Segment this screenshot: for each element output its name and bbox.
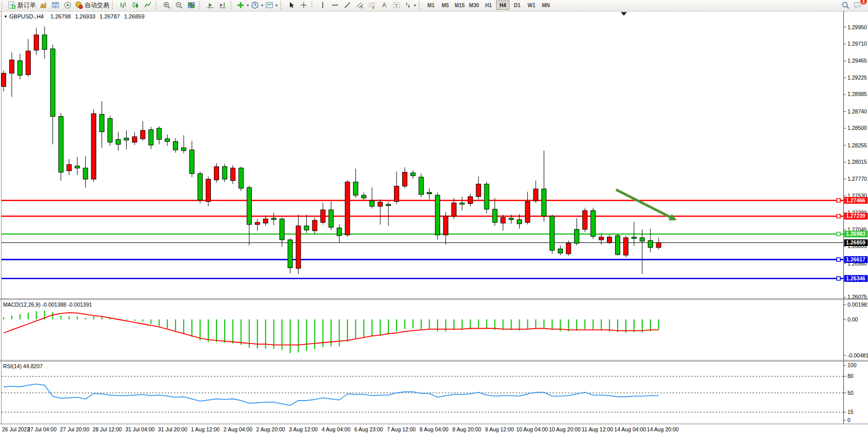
mt4-window: 新订单 自动交易	[0, 0, 868, 436]
price-axis-label: 1.29950	[847, 24, 867, 30]
chart-shift-button[interactable]	[216, 1, 229, 10]
candlestick-chart-icon	[131, 1, 140, 9]
line-chart-button[interactable]	[142, 1, 154, 10]
time-axis-label: 2 Aug 04:00	[224, 426, 252, 432]
templates-button[interactable]: ▾	[264, 1, 279, 10]
time-axis-label: 8 Aug 20:00	[452, 426, 481, 432]
candlestick-chart-button[interactable]	[129, 1, 142, 10]
time-axis-label: 27 Jul 20:00	[60, 426, 89, 432]
data-window-button[interactable]	[49, 1, 62, 10]
timeframe-button-h1[interactable]: H1	[482, 1, 495, 10]
expander-triangle-icon[interactable]: ▼	[4, 14, 8, 19]
chevron-down-icon: ▾	[275, 3, 278, 8]
timeframe-button-m15[interactable]: M15	[453, 1, 466, 10]
arrows-button[interactable]: ▾	[403, 1, 417, 10]
svg-text:E: E	[361, 5, 363, 9]
macd-value-main: -0.001388	[42, 301, 66, 308]
ohlc-high: 1.26933	[75, 13, 95, 20]
vertical-line-icon	[319, 1, 327, 9]
zoom-out-icon	[175, 1, 183, 9]
new-order-button[interactable]: 新订单	[7, 1, 37, 10]
candle	[239, 166, 243, 191]
toolbar-grip[interactable]	[230, 2, 234, 9]
chart-symbol-period: GBPUSD-,H4	[9, 13, 44, 20]
timeframe-button-w1[interactable]: W1	[525, 1, 538, 10]
toolbar-grip[interactable]	[280, 2, 284, 9]
chart-shift-icon	[219, 1, 227, 9]
toolbar-grip[interactable]	[311, 2, 315, 9]
timeframe-button-mn[interactable]: MN	[539, 1, 553, 10]
bar-chart-button[interactable]	[117, 1, 129, 10]
clock-icon	[251, 1, 259, 9]
toolbar-grip[interactable]	[155, 2, 159, 9]
candle	[583, 208, 587, 233]
chevron-down-icon: ▾	[261, 3, 263, 8]
toolbar-grip[interactable]	[2, 2, 5, 9]
arrows-icon	[404, 1, 412, 9]
vertical-line-button[interactable]	[317, 1, 329, 10]
price-axis-label: 1.28985	[847, 91, 867, 97]
rsi-label: RSI(14) 44.8207	[3, 363, 43, 369]
price-tag: 1.26859	[844, 239, 868, 246]
cursor-button[interactable]	[285, 1, 298, 10]
toolbar-grip[interactable]	[199, 2, 203, 9]
chevron-down-icon: ▾	[414, 3, 416, 8]
horizontal-line-icon	[331, 1, 339, 9]
time-axis-label: 3 Aug 12:00	[289, 426, 318, 432]
candle	[616, 234, 620, 256]
periods-button[interactable]: ▾	[250, 1, 264, 10]
svg-text:T: T	[395, 3, 398, 8]
ohlc-low: 1.26787	[100, 13, 120, 20]
navigator-button[interactable]	[62, 1, 74, 10]
ohlc-open: 1.26798	[50, 13, 71, 20]
navigator-icon	[64, 1, 72, 9]
svg-text:1.26617: 1.26617	[846, 256, 865, 262]
svg-text:1.26983: 1.26983	[846, 231, 865, 237]
rsi-axis-label: 100	[847, 362, 857, 368]
fibonacci-icon: F	[368, 1, 376, 9]
timeframe-button-m5[interactable]: M5	[439, 1, 452, 10]
zoom-out-button[interactable]	[173, 1, 185, 10]
horizontal-line-button[interactable]	[329, 1, 341, 10]
text-button[interactable]: A	[378, 1, 390, 10]
price-axis-label: 1.28255	[847, 142, 867, 148]
auto-scroll-button[interactable]	[204, 1, 216, 10]
timeframe-button-m1[interactable]: M1	[424, 1, 438, 10]
fibonacci-button[interactable]: F	[366, 1, 378, 10]
autotrading-label: 自动交易	[85, 1, 109, 10]
timeframe-button-h4[interactable]: H4	[496, 1, 509, 10]
zoom-in-button[interactable]	[161, 1, 173, 10]
tile-windows-button[interactable]	[185, 1, 198, 10]
text-icon: A	[382, 2, 386, 9]
time-axis-label: 11 Aug 12:00	[582, 426, 613, 432]
trendline-button[interactable]	[341, 1, 353, 10]
time-axis-label: 26 Jul 2023	[2, 426, 30, 432]
toolbar-grip[interactable]	[112, 2, 115, 9]
equidistant-channel-button[interactable]: E	[353, 1, 366, 10]
time-axis-label: 1 Aug 12:00	[191, 426, 220, 432]
crosshair-button[interactable]	[298, 1, 310, 10]
autotrading-button[interactable]: 自动交易	[74, 1, 110, 10]
timeframe-button-m30[interactable]: M30	[467, 1, 481, 10]
candle	[591, 208, 596, 239]
rsi-axis-label: 80	[847, 373, 854, 379]
macd-label: MACD(12,26,9) -0.001388 -0.001391	[3, 301, 92, 308]
price-axis-label: 1.29465	[847, 58, 867, 64]
templates-icon	[265, 1, 273, 9]
time-axis-label: 14 Aug 20:00	[647, 426, 679, 432]
text-label-button[interactable]: T	[390, 1, 403, 10]
time-axis-label: 2 Aug 20:00	[257, 426, 285, 432]
candle	[91, 109, 96, 182]
search-button[interactable]	[839, 1, 852, 10]
candle	[58, 113, 63, 181]
indicators-button[interactable]: ▾	[235, 1, 250, 10]
timeframe-button-d1[interactable]: D1	[510, 1, 524, 10]
chart-canvas[interactable]: 1.299501.297101.294651.292251.289851.287…	[0, 10, 868, 436]
toolbar-grip[interactable]	[419, 2, 422, 9]
notifications-button[interactable]: 1	[852, 1, 864, 10]
search-icon	[841, 1, 850, 10]
time-axis-label: 9 Aug 12:00	[485, 426, 514, 432]
time-axis-label: 14 Aug 04:00	[614, 426, 646, 432]
market-watch-button[interactable]	[37, 1, 49, 10]
svg-text:1.26346: 1.26346	[846, 275, 865, 281]
